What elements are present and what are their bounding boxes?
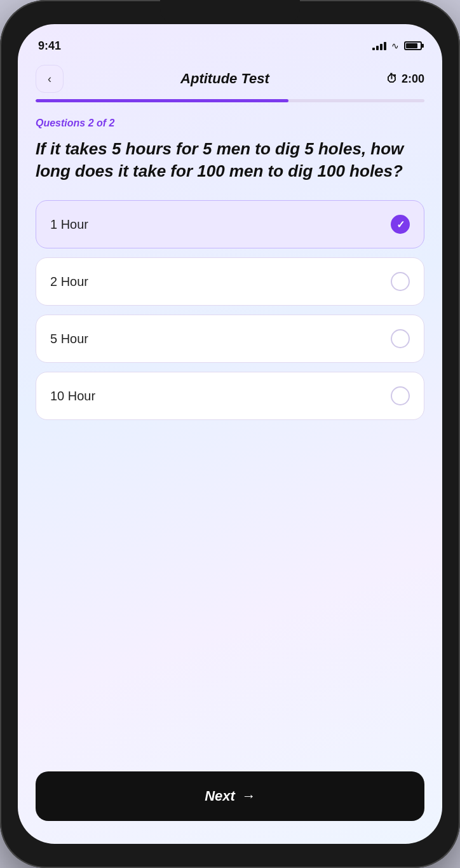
status-icons: ∿ <box>372 41 422 51</box>
option-5-hour[interactable]: 5 Hour <box>36 315 424 363</box>
progress-bar-fill <box>36 99 288 102</box>
back-button[interactable]: ‹ <box>36 65 64 93</box>
option-10-hour[interactable]: 10 Hour <box>36 372 424 420</box>
status-bar: 9:41 ∿ <box>18 24 442 58</box>
option-1-hour[interactable]: 1 Hour ✓ <box>36 200 424 248</box>
next-arrow-icon: → <box>241 788 255 804</box>
nav-bar: ‹ Aptitude Test ⏱ 2:00 <box>18 58 442 99</box>
option-1-hour-radio: ✓ <box>391 215 410 234</box>
notch <box>160 0 300 24</box>
options-list: 1 Hour ✓ 2 Hour 5 Hour 10 Hour <box>36 200 424 420</box>
wifi-icon: ∿ <box>391 41 399 51</box>
question-label: Questions 2 of 2 <box>36 118 424 129</box>
timer-value: 2:00 <box>402 72 424 86</box>
option-2-hour[interactable]: 2 Hour <box>36 257 424 306</box>
option-1-hour-label: 1 Hour <box>50 217 88 232</box>
phone-screen: 9:41 ∿ ‹ Aptitude Test ⏱ <box>18 24 442 844</box>
progress-bar-bg <box>36 99 424 102</box>
option-5-hour-radio <box>391 329 410 348</box>
bottom-bar: Next → <box>18 759 442 844</box>
option-2-hour-radio <box>391 272 410 291</box>
next-label: Next <box>205 788 235 804</box>
option-10-hour-label: 10 Hour <box>50 389 95 403</box>
content-area: Questions 2 of 2 If it takes 5 hours for… <box>18 105 442 759</box>
signal-icon <box>372 41 386 50</box>
timer: ⏱ 2:00 <box>386 72 424 86</box>
timer-icon: ⏱ <box>386 72 398 86</box>
back-arrow-icon: ‹ <box>48 72 51 86</box>
question-text: If it takes 5 hours for 5 men to dig 5 h… <box>36 138 424 182</box>
option-5-hour-label: 5 Hour <box>50 332 88 346</box>
progress-bar-container <box>18 99 442 102</box>
nav-title: Aptitude Test <box>180 71 269 87</box>
option-10-hour-radio <box>391 386 410 405</box>
check-icon: ✓ <box>396 219 405 231</box>
status-time: 9:41 <box>38 39 61 53</box>
battery-icon <box>404 41 422 50</box>
option-2-hour-label: 2 Hour <box>50 275 88 289</box>
phone-frame: 9:41 ∿ ‹ Aptitude Test ⏱ <box>0 0 460 868</box>
next-button[interactable]: Next → <box>36 771 424 821</box>
